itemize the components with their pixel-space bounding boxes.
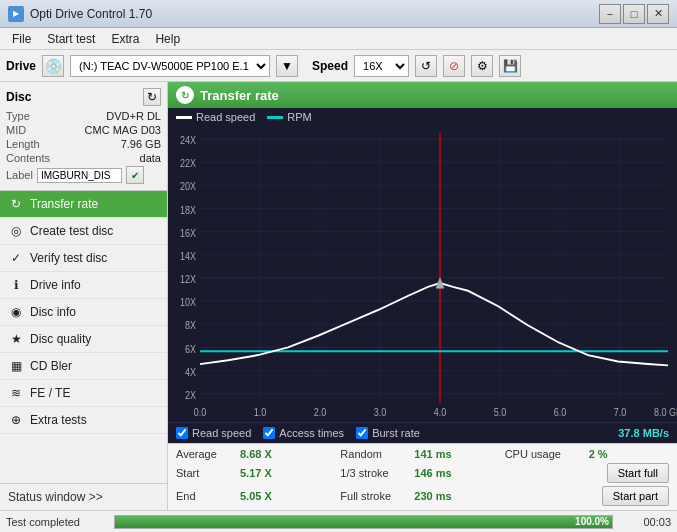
maximize-button[interactable]: □: [623, 4, 645, 24]
window-title: Opti Drive Control 1.70: [30, 7, 152, 21]
menu-extra[interactable]: Extra: [103, 30, 147, 48]
sidebar-item-verify-test-disc[interactable]: ✓ Verify test disc: [0, 245, 167, 272]
time-text: 00:03: [621, 516, 671, 528]
sidebar-item-disc-info[interactable]: ◉ Disc info: [0, 299, 167, 326]
stat-start: Start 5.17 X: [176, 463, 340, 483]
drive-save-btn[interactable]: 💾: [499, 55, 521, 77]
content-area: ↻ Transfer rate Read speed RPM: [168, 82, 677, 510]
sidebar-item-create-test-disc[interactable]: ◎ Create test disc: [0, 218, 167, 245]
app-icon: [8, 6, 24, 22]
disc-section-label: Disc: [6, 90, 31, 104]
read-speed-checkbox[interactable]: [176, 427, 188, 439]
progress-bar-fill: 100.0%: [115, 516, 612, 528]
burst-rate-checkbox[interactable]: [356, 427, 368, 439]
chart-controls: Read speed Access times Burst rate 37.8 …: [168, 422, 677, 443]
disc-info-nav-icon: ◉: [8, 304, 24, 320]
svg-text:2X: 2X: [185, 389, 196, 401]
extra-tests-icon: ⊕: [8, 412, 24, 428]
transfer-rate-header: ↻ Transfer rate: [168, 82, 677, 108]
svg-text:4X: 4X: [185, 366, 196, 378]
cd-bler-icon: ▦: [8, 358, 24, 374]
stats-area: Average 8.68 X Random 141 ms CPU usage 2…: [168, 443, 677, 510]
drive-select[interactable]: (N:) TEAC DV-W5000E PP100 E.16: [70, 55, 270, 77]
disc-refresh-btn[interactable]: ↻: [143, 88, 161, 106]
legend-read-speed: Read speed: [176, 111, 255, 123]
menu-start-test[interactable]: Start test: [39, 30, 103, 48]
legend-read-speed-color: [176, 116, 192, 119]
progress-text: 100.0%: [575, 516, 609, 527]
title-bar-left: Opti Drive Control 1.70: [8, 6, 152, 22]
stat-average: Average 8.68 X: [176, 448, 340, 460]
svg-text:4.0: 4.0: [434, 406, 447, 418]
svg-text:6X: 6X: [185, 342, 196, 354]
svg-text:8.0 GB: 8.0 GB: [654, 406, 677, 418]
disc-label-btn[interactable]: ✔: [126, 166, 144, 184]
sidebar-item-disc-quality[interactable]: ★ Disc quality: [0, 326, 167, 353]
menu-bar: File Start test Extra Help: [0, 28, 677, 50]
sidebar-item-cd-bler[interactable]: ▦ CD Bler: [0, 353, 167, 380]
svg-text:22X: 22X: [180, 157, 196, 169]
drive-refresh-btn[interactable]: ▼: [276, 55, 298, 77]
drive-erase-btn[interactable]: ⊘: [443, 55, 465, 77]
progress-bar-container: 100.0%: [114, 515, 613, 529]
window-controls: − □ ✕: [599, 4, 669, 24]
access-times-checkbox-label[interactable]: Access times: [263, 427, 344, 439]
disc-quality-icon: ★: [8, 331, 24, 347]
fe-te-icon: ≋: [8, 385, 24, 401]
svg-text:1.0: 1.0: [254, 406, 267, 418]
menu-help[interactable]: Help: [147, 30, 188, 48]
speed-select[interactable]: 16X: [354, 55, 409, 77]
drive-settings-btn[interactable]: ⚙: [471, 55, 493, 77]
svg-text:14X: 14X: [180, 250, 196, 262]
drive-icon-btn[interactable]: 💿: [42, 55, 64, 77]
start-full-button[interactable]: Start full: [607, 463, 669, 483]
speed-refresh-btn[interactable]: ↺: [415, 55, 437, 77]
drive-bar: Drive 💿 (N:) TEAC DV-W5000E PP100 E.16 ▼…: [0, 50, 677, 82]
svg-text:12X: 12X: [180, 273, 196, 285]
speed-label: Speed: [312, 59, 348, 73]
status-text: Test completed: [6, 516, 106, 528]
sidebar-item-extra-tests[interactable]: ⊕ Extra tests: [0, 407, 167, 434]
chart-svg: 24X 22X 20X 18X 16X 14X 12X 10X 8X 6X 4X…: [168, 126, 677, 422]
read-speed-checkbox-label[interactable]: Read speed: [176, 427, 251, 439]
disc-label-input[interactable]: [37, 168, 122, 183]
transfer-rate-icon: ↻: [8, 196, 24, 212]
drive-label: Drive: [6, 59, 36, 73]
svg-text:18X: 18X: [180, 203, 196, 215]
status-window-button[interactable]: Status window >>: [0, 483, 167, 510]
stat-cpu: CPU usage 2 %: [505, 448, 669, 460]
svg-text:3.0: 3.0: [374, 406, 387, 418]
svg-rect-0: [168, 126, 677, 422]
minimize-button[interactable]: −: [599, 4, 621, 24]
stat-stroke-1-3: 1/3 stroke 146 ms: [340, 463, 504, 483]
status-bar: Test completed 100.0% 00:03: [0, 510, 677, 532]
svg-text:0.0: 0.0: [194, 406, 207, 418]
svg-text:16X: 16X: [180, 227, 196, 239]
stat-full-stroke: Full stroke 230 ms: [340, 486, 504, 506]
disc-header: Disc ↻: [6, 88, 161, 106]
svg-text:24X: 24X: [180, 134, 196, 146]
create-test-disc-icon: ◎: [8, 223, 24, 239]
access-times-checkbox[interactable]: [263, 427, 275, 439]
legend-rpm-color: [267, 116, 283, 119]
chart-area: 24X 22X 20X 18X 16X 14X 12X 10X 8X 6X 4X…: [168, 126, 677, 422]
svg-text:10X: 10X: [180, 296, 196, 308]
sidebar-item-drive-info[interactable]: ℹ Drive info: [0, 272, 167, 299]
transfer-rate-title: Transfer rate: [200, 88, 279, 103]
sidebar-item-transfer-rate[interactable]: ↻ Transfer rate: [0, 191, 167, 218]
svg-text:6.0: 6.0: [554, 406, 567, 418]
disc-contents-row: Contents data: [6, 152, 161, 164]
legend-rpm: RPM: [267, 111, 311, 123]
menu-file[interactable]: File: [4, 30, 39, 48]
main-layout: Disc ↻ Type DVD+R DL MID CMC MAG D03 Len…: [0, 82, 677, 510]
sidebar: Disc ↻ Type DVD+R DL MID CMC MAG D03 Len…: [0, 82, 168, 510]
burst-rate-checkbox-label[interactable]: Burst rate: [356, 427, 420, 439]
sidebar-item-fe-te[interactable]: ≋ FE / TE: [0, 380, 167, 407]
drive-info-icon: ℹ: [8, 277, 24, 293]
close-button[interactable]: ✕: [647, 4, 669, 24]
disc-label-row: Label ✔: [6, 166, 161, 184]
start-part-button[interactable]: Start part: [602, 486, 669, 506]
svg-text:2.0: 2.0: [314, 406, 327, 418]
title-bar: Opti Drive Control 1.70 − □ ✕: [0, 0, 677, 28]
disc-mid-row: MID CMC MAG D03: [6, 124, 161, 136]
